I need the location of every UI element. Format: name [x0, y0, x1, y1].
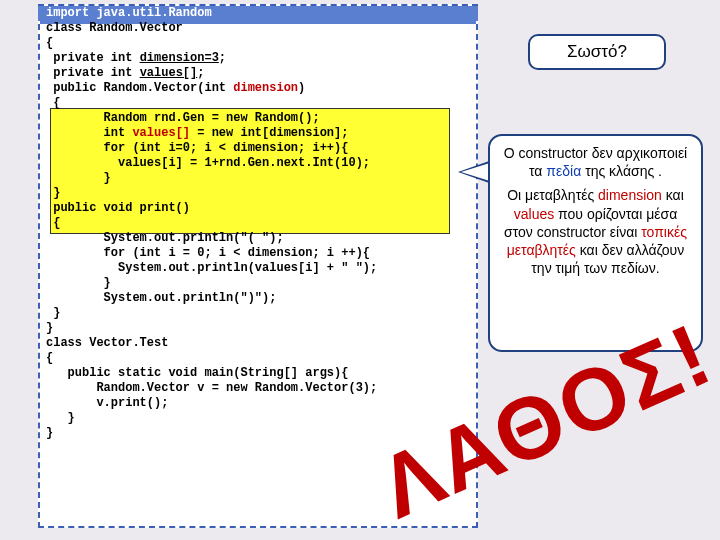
code-line: { [38, 216, 478, 231]
code-line: } [38, 321, 478, 336]
code-line: int values[] = new int[dimension]; [38, 126, 478, 141]
code-line: for (int i = 0; i < dimension; i ++){ [38, 246, 478, 261]
code-line: class Random.Vector [38, 21, 478, 36]
callout-p2: Οι μεταβλητές dimension και values που ο… [500, 186, 691, 277]
code-line: public Random.Vector(int dimension) [38, 81, 478, 96]
callout-p1: O constructor δεν αρχικοποιεί τα πεδία τ… [500, 144, 691, 180]
code-line: for (int i=0; i < dimension; i++){ [38, 141, 478, 156]
code-line: private int dimension=3; [38, 51, 478, 66]
code-line: private int values[]; [38, 66, 478, 81]
code-line: public void print() [38, 201, 478, 216]
code-line: Random rnd.Gen = new Random(); [38, 111, 478, 126]
code-line: } [38, 306, 478, 321]
code-line: { [38, 36, 478, 51]
code-line: Random.Vector v = new Random.Vector(3); [38, 381, 478, 396]
code-line: class Vector.Test [38, 336, 478, 351]
code-line: { [38, 96, 478, 111]
code-line: import java.util.Random [38, 6, 478, 21]
callout-correct-text: Σωστό? [567, 42, 627, 62]
callout-correct: Σωστό? [528, 34, 666, 70]
code-line: } [38, 186, 478, 201]
code-line: v.print(); [38, 396, 478, 411]
code-line: System.out.println(values[i] + " "); [38, 261, 478, 276]
code-line: values[i] = 1+rnd.Gen.next.Int(10); [38, 156, 478, 171]
code-line: } [38, 276, 478, 291]
code-line: } [38, 171, 478, 186]
code-line: public static void main(String[] args){ [38, 366, 478, 381]
code-block: import java.util.Random class Random.Vec… [38, 6, 478, 441]
code-line: { [38, 351, 478, 366]
code-line: System.out.println("( "); [38, 231, 478, 246]
code-line: System.out.println(")"); [38, 291, 478, 306]
